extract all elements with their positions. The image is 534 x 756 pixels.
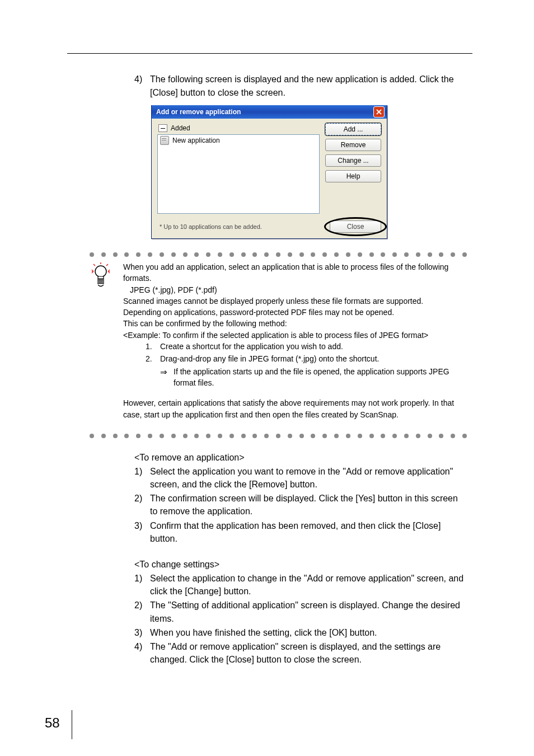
remove-s2-num: 2): [134, 492, 150, 518]
tip-sub1-num: 1.: [146, 341, 160, 352]
dialog-screenshot: Add or remove application Added New appl…: [151, 105, 467, 239]
remove-s3: Confirm that the application has been re…: [150, 519, 467, 545]
tip-p2: Scanned images cannot be displayed prope…: [123, 295, 467, 307]
step-4-number: 4): [134, 73, 150, 100]
added-label: Added: [171, 124, 190, 132]
tip-formats: JPEG (*.jpg), PDF (*.pdf): [123, 284, 467, 295]
remove-steps: 1)Select the application you want to rem…: [134, 465, 467, 545]
tip-sub1: Create a shortcut for the application yo…: [160, 341, 343, 352]
hint-text-block: When you add an application, select an a…: [123, 261, 467, 420]
add-remove-application-dialog: Add or remove application Added New appl…: [151, 105, 387, 239]
tip-p5: However, certain applications that satis…: [123, 397, 467, 420]
added-list-header: Added: [157, 123, 320, 133]
close-button[interactable]: Close: [330, 220, 381, 233]
page-number-separator: [72, 710, 72, 739]
collapse-icon[interactable]: [158, 124, 167, 132]
remove-s1: Select the application you want to remov…: [150, 465, 467, 491]
change-s3: When you have finished the setting, clic…: [150, 626, 377, 639]
hint-bulb-icon: [90, 261, 112, 420]
svg-point-0: [95, 266, 106, 277]
dialog-foot-note: * Up to 10 applications can be added.: [160, 223, 262, 230]
change-s4: The "Add or remove application" screen i…: [150, 640, 467, 666]
svg-rect-1: [98, 276, 104, 279]
change-s3-num: 3): [134, 626, 150, 639]
tip-p4: <Example: To confirm if the selected app…: [123, 330, 467, 341]
tip-sub2: Drag-and-drop any file in JPEG format (*…: [160, 353, 379, 364]
header-rule: [67, 53, 472, 54]
step-4-text: The following screen is displayed and th…: [150, 73, 467, 100]
list-item[interactable]: New application: [158, 135, 319, 146]
dialog-title-bar: Add or remove application: [152, 105, 387, 119]
help-button[interactable]: Help: [325, 170, 381, 182]
application-icon: [160, 136, 169, 145]
remove-s1-num: 1): [134, 465, 150, 491]
change-heading: <To change settings>: [134, 560, 467, 570]
arrow-icon: ⇒: [160, 366, 174, 389]
dialog-close-x-icon[interactable]: [373, 106, 385, 118]
change-s2-num: 2): [134, 599, 150, 624]
tip-p3a: Depending on applications, password-prot…: [123, 307, 467, 318]
tip-sub2-detail: If the application starts up and the fil…: [174, 366, 467, 389]
remove-heading: <To remove an application>: [134, 453, 467, 463]
add-button[interactable]: Add ...: [325, 123, 381, 135]
list-item-label: New application: [172, 137, 220, 144]
dotted-separator: [90, 252, 467, 257]
change-s4-num: 4): [134, 640, 150, 666]
dotted-separator: [90, 434, 467, 438]
tip-p3b: This can be confirmed by the following m…: [123, 318, 467, 329]
change-s1-num: 1): [134, 572, 150, 598]
remove-s2: The confirmation screen will be displaye…: [150, 492, 467, 518]
change-button[interactable]: Change ...: [325, 154, 381, 167]
tip-sub2-num: 2.: [146, 353, 160, 364]
tip-p1: When you add an application, select an a…: [123, 261, 467, 284]
remove-button[interactable]: Remove: [325, 139, 381, 151]
change-steps: 1)Select the application to change in th…: [134, 572, 467, 666]
application-list[interactable]: New application: [157, 134, 320, 214]
page-number: 58: [45, 715, 60, 731]
dialog-title: Add or remove application: [156, 108, 241, 116]
remove-s3-num: 3): [134, 519, 150, 545]
change-s2: The "Setting of additional application" …: [150, 599, 467, 624]
step-4: 4) The following screen is displayed and…: [134, 73, 467, 100]
change-s1: Select the application to change in the …: [150, 572, 467, 598]
